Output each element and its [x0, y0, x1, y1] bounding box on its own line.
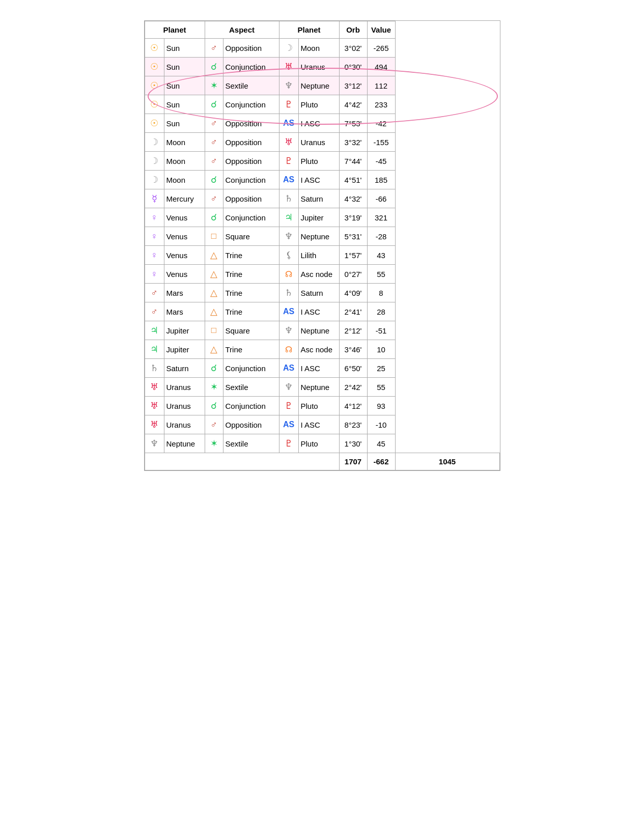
planet2-name: Neptune	[298, 378, 339, 397]
planet1-symbol: ☉	[145, 58, 164, 76]
planet2-name: Neptune	[298, 321, 339, 340]
planet1-name: Neptune	[164, 434, 205, 453]
planet1-name: Mars	[164, 302, 205, 321]
planet2-symbol: ♃	[279, 208, 298, 227]
table-row: ♀ Venus △ Trine ☊ Asc node 0°27' 55	[145, 265, 499, 284]
table-row: ☿ Mercury ♂ Opposition ♄ Saturn 4°32' -6…	[145, 189, 499, 208]
table-row: ☽ Moon ♂ Opposition ♅ Uranus 3°32' -155	[145, 133, 499, 152]
table-row: ☉ Sun ☌ Conjunction ♅ Uranus 0°30' 494	[145, 58, 499, 76]
aspect-name: Trine	[223, 284, 279, 302]
aspect-symbol: △	[205, 265, 223, 284]
orb-value: 2°12'	[339, 321, 367, 340]
planet1-symbol: ☽	[145, 171, 164, 189]
planet1-name: Venus	[164, 208, 205, 227]
aspect-value: -42	[367, 114, 395, 133]
planet2-name: I ASC	[298, 114, 339, 133]
planet1-symbol: ♄	[145, 359, 164, 378]
orb-value: 4°42'	[339, 95, 367, 114]
aspect-symbol: ☌	[205, 95, 223, 114]
orb-value: 0°27'	[339, 265, 367, 284]
planet2-symbol: ♇	[279, 95, 298, 114]
planet2-symbol: ☽	[279, 39, 298, 58]
orb-value: 0°30'	[339, 58, 367, 76]
aspect-name: Conjunction	[223, 171, 279, 189]
planet2-symbol: AS	[279, 359, 298, 378]
planet2-name: Pluto	[298, 434, 339, 453]
aspect-symbol: □	[205, 227, 223, 246]
aspect-symbol: ☌	[205, 171, 223, 189]
table-row: ☽ Moon ☌ Conjunction AS I ASC 4°51' 185	[145, 171, 499, 189]
aspect-name: Opposition	[223, 114, 279, 133]
aspect-name: Conjunction	[223, 208, 279, 227]
aspect-symbol: ☌	[205, 397, 223, 415]
aspect-symbol: ☌	[205, 58, 223, 76]
planet1-symbol: ♂	[145, 302, 164, 321]
planet2-symbol: ♄	[279, 284, 298, 302]
planet1-name: Jupiter	[164, 340, 205, 359]
planet1-symbol: ☽	[145, 152, 164, 171]
aspect-value: 112	[367, 76, 395, 95]
aspect-symbol: ☌	[205, 208, 223, 227]
planet1-symbol: ♀	[145, 208, 164, 227]
orb-value: 6°50'	[339, 359, 367, 378]
header-aspect: Aspect	[205, 21, 279, 39]
aspect-symbol: △	[205, 340, 223, 359]
table-row: ♅ Uranus ♂ Opposition AS I ASC 8°23' -10	[145, 415, 499, 434]
planet2-symbol: ♆	[279, 321, 298, 340]
aspect-name: Trine	[223, 246, 279, 265]
planet2-name: Pluto	[298, 397, 339, 415]
planet1-name: Moon	[164, 133, 205, 152]
planet2-symbol: ♇	[279, 434, 298, 453]
planet1-name: Sun	[164, 95, 205, 114]
planet1-symbol: ☉	[145, 39, 164, 58]
planet1-name: Venus	[164, 246, 205, 265]
orb-value: 3°32'	[339, 133, 367, 152]
aspect-symbol: △	[205, 246, 223, 265]
planet2-symbol: ♇	[279, 397, 298, 415]
planet2-name: Jupiter	[298, 208, 339, 227]
aspect-name: Trine	[223, 340, 279, 359]
aspect-symbol: ♂	[205, 39, 223, 58]
planet2-symbol: ♅	[279, 58, 298, 76]
aspect-value: 45	[367, 434, 395, 453]
orb-value: 4°32'	[339, 189, 367, 208]
planet1-symbol: ♂	[145, 284, 164, 302]
planet1-symbol: ♆	[145, 434, 164, 453]
table-row: ♅ Uranus ✶ Sextile ♆ Neptune 2°42' 55	[145, 378, 499, 397]
aspect-value: 185	[367, 171, 395, 189]
planet2-name: I ASC	[298, 171, 339, 189]
aspect-symbol: ♂	[205, 114, 223, 133]
aspect-value: 25	[367, 359, 395, 378]
aspect-symbol: △	[205, 284, 223, 302]
planet1-symbol: ♅	[145, 397, 164, 415]
aspect-name: Conjunction	[223, 359, 279, 378]
aspect-value: 55	[367, 265, 395, 284]
aspect-name: Sextile	[223, 76, 279, 95]
table-row: ☉ Sun ☌ Conjunction ♇ Pluto 4°42' 233	[145, 95, 499, 114]
planet1-symbol: ♀	[145, 246, 164, 265]
footer-empty	[145, 453, 339, 470]
planet1-symbol: ♃	[145, 340, 164, 359]
orb-value: 7°53'	[339, 114, 367, 133]
planet1-symbol: ☽	[145, 133, 164, 152]
planet2-name: Moon	[298, 39, 339, 58]
table-row: ♅ Uranus ☌ Conjunction ♇ Pluto 4°12' 93	[145, 397, 499, 415]
aspect-value: -45	[367, 152, 395, 171]
planet2-symbol: AS	[279, 415, 298, 434]
aspect-name: Trine	[223, 265, 279, 284]
planet2-symbol: ♆	[279, 76, 298, 95]
header-orb: Orb	[339, 21, 367, 39]
header-row: Planet Aspect Planet Orb Value	[145, 21, 499, 39]
footer-row: 1707 -662 1045	[145, 453, 499, 470]
aspect-value: -28	[367, 227, 395, 246]
planet2-symbol: ♇	[279, 152, 298, 171]
aspect-value: -265	[367, 39, 395, 58]
table-row: ☉ Sun ✶ Sextile ♆ Neptune 3°12' 112	[145, 76, 499, 95]
planet1-symbol: ♅	[145, 378, 164, 397]
planet1-name: Sun	[164, 39, 205, 58]
header-value: Value	[367, 21, 395, 39]
planet2-name: I ASC	[298, 359, 339, 378]
orb-value: 4°51'	[339, 171, 367, 189]
table-row: ♀ Venus ☌ Conjunction ♃ Jupiter 3°19' 32…	[145, 208, 499, 227]
orb-value: 3°12'	[339, 76, 367, 95]
